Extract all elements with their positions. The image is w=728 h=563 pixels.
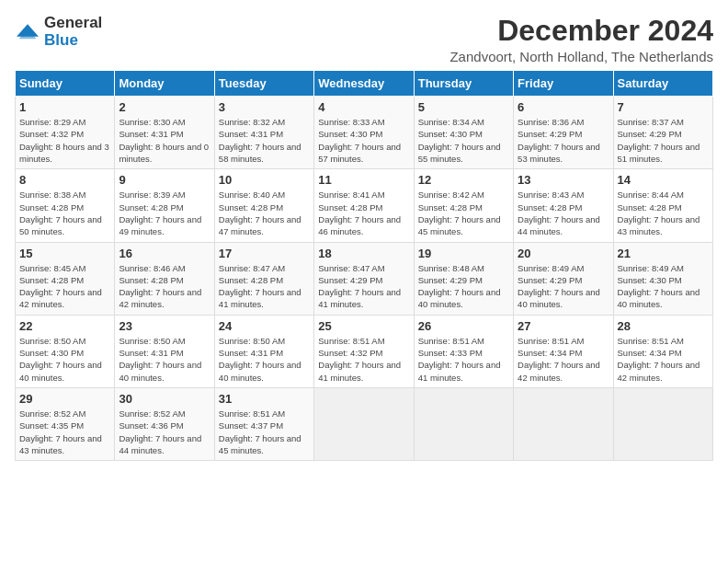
day-info: Sunrise: 8:38 AMSunset: 4:28 PMDaylight:… (19, 189, 110, 237)
day-header-thursday: Thursday (414, 71, 513, 97)
calendar-cell: 27Sunrise: 8:51 AMSunset: 4:34 PMDayligh… (514, 315, 613, 387)
month-title: December 2024 (449, 15, 713, 47)
calendar-cell: 19Sunrise: 8:48 AMSunset: 4:29 PMDayligh… (414, 242, 513, 315)
logo-icon (15, 23, 40, 41)
day-number: 1 (19, 100, 110, 114)
day-number: 17 (219, 247, 310, 260)
calendar-week-1: 1Sunrise: 8:29 AMSunset: 4:32 PMDaylight… (16, 97, 713, 169)
day-number: 12 (418, 173, 509, 187)
day-number: 24 (219, 319, 310, 333)
calendar-cell (414, 387, 513, 460)
calendar-week-2: 8Sunrise: 8:38 AMSunset: 4:28 PMDaylight… (16, 169, 713, 242)
calendar-cell: 22Sunrise: 8:50 AMSunset: 4:30 PMDayligh… (16, 315, 115, 387)
calendar-cell: 1Sunrise: 8:29 AMSunset: 4:32 PMDaylight… (16, 97, 115, 169)
day-info: Sunrise: 8:50 AMSunset: 4:31 PMDaylight:… (219, 335, 310, 384)
calendar-cell: 23Sunrise: 8:50 AMSunset: 4:31 PMDayligh… (115, 315, 214, 387)
calendar-cell: 2Sunrise: 8:30 AMSunset: 4:31 PMDaylight… (115, 97, 214, 169)
calendar-week-3: 15Sunrise: 8:45 AMSunset: 4:28 PMDayligh… (16, 242, 713, 315)
calendar-cell: 16Sunrise: 8:46 AMSunset: 4:28 PMDayligh… (115, 242, 214, 315)
day-info: Sunrise: 8:43 AMSunset: 4:28 PMDaylight:… (518, 189, 609, 237)
day-info: Sunrise: 8:51 AMSunset: 4:32 PMDaylight:… (318, 335, 409, 384)
day-info: Sunrise: 8:32 AMSunset: 4:31 PMDaylight:… (219, 116, 310, 165)
day-info: Sunrise: 8:49 AMSunset: 4:30 PMDaylight:… (618, 262, 709, 311)
calendar-cell: 17Sunrise: 8:47 AMSunset: 4:28 PMDayligh… (214, 242, 313, 315)
day-info: Sunrise: 8:37 AMSunset: 4:29 PMDaylight:… (618, 116, 709, 165)
day-number: 18 (318, 247, 409, 260)
calendar-cell (613, 387, 712, 460)
page-header: General Blue December 2024 Zandvoort, No… (15, 15, 713, 64)
calendar-cell: 26Sunrise: 8:51 AMSunset: 4:33 PMDayligh… (414, 315, 513, 387)
day-number: 8 (19, 173, 110, 187)
day-number: 6 (518, 100, 609, 114)
day-number: 5 (418, 100, 509, 114)
day-number: 25 (318, 319, 409, 333)
calendar-cell: 29Sunrise: 8:52 AMSunset: 4:35 PMDayligh… (16, 387, 115, 460)
calendar-cell: 12Sunrise: 8:42 AMSunset: 4:28 PMDayligh… (414, 169, 513, 242)
day-number: 3 (219, 100, 310, 114)
day-info: Sunrise: 8:49 AMSunset: 4:29 PMDaylight:… (518, 262, 609, 311)
title-area: December 2024 Zandvoort, North Holland, … (449, 15, 713, 64)
day-number: 26 (418, 319, 509, 333)
day-number: 31 (219, 392, 310, 406)
day-info: Sunrise: 8:48 AMSunset: 4:29 PMDaylight:… (418, 262, 509, 311)
day-info: Sunrise: 8:29 AMSunset: 4:32 PMDaylight:… (19, 116, 110, 165)
calendar-cell: 5Sunrise: 8:34 AMSunset: 4:30 PMDaylight… (414, 97, 513, 169)
day-number: 11 (318, 173, 409, 187)
calendar-cell: 30Sunrise: 8:52 AMSunset: 4:36 PMDayligh… (115, 387, 214, 460)
calendar-cell (314, 387, 414, 460)
day-info: Sunrise: 8:47 AMSunset: 4:29 PMDaylight:… (318, 262, 409, 311)
day-number: 4 (318, 100, 409, 114)
day-info: Sunrise: 8:45 AMSunset: 4:28 PMDaylight:… (19, 262, 110, 311)
calendar-cell: 11Sunrise: 8:41 AMSunset: 4:28 PMDayligh… (314, 169, 414, 242)
calendar-cell: 21Sunrise: 8:49 AMSunset: 4:30 PMDayligh… (613, 242, 712, 315)
day-info: Sunrise: 8:40 AMSunset: 4:28 PMDaylight:… (219, 189, 310, 237)
day-info: Sunrise: 8:50 AMSunset: 4:31 PMDaylight:… (119, 335, 210, 384)
day-info: Sunrise: 8:51 AMSunset: 4:34 PMDaylight:… (518, 335, 609, 384)
calendar-cell: 4Sunrise: 8:33 AMSunset: 4:30 PMDaylight… (314, 97, 414, 169)
day-number: 23 (119, 319, 210, 333)
day-info: Sunrise: 8:34 AMSunset: 4:30 PMDaylight:… (418, 116, 509, 165)
day-info: Sunrise: 8:42 AMSunset: 4:28 PMDaylight:… (418, 189, 509, 237)
day-info: Sunrise: 8:39 AMSunset: 4:28 PMDaylight:… (119, 189, 210, 237)
logo-text: General Blue (44, 15, 102, 49)
day-number: 15 (19, 247, 110, 260)
day-number: 14 (618, 173, 709, 187)
calendar-cell: 13Sunrise: 8:43 AMSunset: 4:28 PMDayligh… (514, 169, 613, 242)
day-number: 2 (119, 100, 210, 114)
calendar-cell: 7Sunrise: 8:37 AMSunset: 4:29 PMDaylight… (613, 97, 712, 169)
calendar-cell: 25Sunrise: 8:51 AMSunset: 4:32 PMDayligh… (314, 315, 414, 387)
day-header-sunday: Sunday (16, 71, 115, 97)
day-info: Sunrise: 8:36 AMSunset: 4:29 PMDaylight:… (518, 116, 609, 165)
day-header-wednesday: Wednesday (314, 71, 414, 97)
day-header-tuesday: Tuesday (214, 71, 313, 97)
calendar-cell: 9Sunrise: 8:39 AMSunset: 4:28 PMDaylight… (115, 169, 214, 242)
day-number: 7 (618, 100, 709, 114)
day-number: 20 (518, 247, 609, 260)
day-info: Sunrise: 8:44 AMSunset: 4:28 PMDaylight:… (618, 189, 709, 237)
day-info: Sunrise: 8:46 AMSunset: 4:28 PMDaylight:… (119, 262, 210, 311)
logo-general: General (44, 15, 102, 32)
calendar-cell: 28Sunrise: 8:51 AMSunset: 4:34 PMDayligh… (613, 315, 712, 387)
day-number: 29 (19, 392, 110, 406)
calendar-cell: 24Sunrise: 8:50 AMSunset: 4:31 PMDayligh… (214, 315, 313, 387)
day-info: Sunrise: 8:51 AMSunset: 4:33 PMDaylight:… (418, 335, 509, 384)
day-info: Sunrise: 8:51 AMSunset: 4:34 PMDaylight:… (618, 335, 709, 384)
day-info: Sunrise: 8:47 AMSunset: 4:28 PMDaylight:… (219, 262, 310, 311)
day-number: 9 (119, 173, 210, 187)
day-number: 21 (618, 247, 709, 260)
calendar-week-5: 29Sunrise: 8:52 AMSunset: 4:35 PMDayligh… (16, 387, 713, 460)
day-number: 10 (219, 173, 310, 187)
calendar-cell: 20Sunrise: 8:49 AMSunset: 4:29 PMDayligh… (514, 242, 613, 315)
calendar-table: SundayMondayTuesdayWednesdayThursdayFrid… (15, 70, 713, 461)
day-number: 28 (618, 319, 709, 333)
day-info: Sunrise: 8:33 AMSunset: 4:30 PMDaylight:… (318, 116, 409, 165)
day-info: Sunrise: 8:41 AMSunset: 4:28 PMDaylight:… (318, 189, 409, 237)
day-number: 19 (418, 247, 509, 260)
calendar-cell: 10Sunrise: 8:40 AMSunset: 4:28 PMDayligh… (214, 169, 313, 242)
day-info: Sunrise: 8:30 AMSunset: 4:31 PMDaylight:… (119, 116, 210, 165)
calendar-cell: 15Sunrise: 8:45 AMSunset: 4:28 PMDayligh… (16, 242, 115, 315)
day-info: Sunrise: 8:50 AMSunset: 4:30 PMDaylight:… (19, 335, 110, 384)
calendar-cell (514, 387, 613, 460)
day-header-friday: Friday (514, 71, 613, 97)
day-header-saturday: Saturday (613, 71, 712, 97)
